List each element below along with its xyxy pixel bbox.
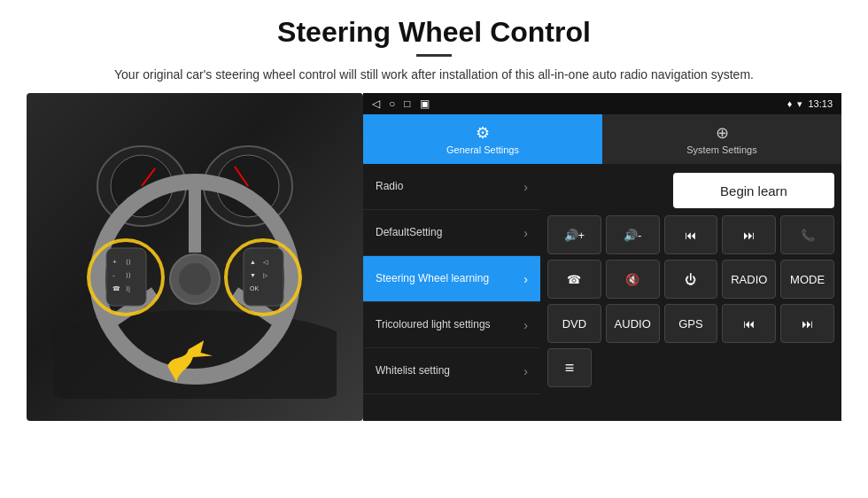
steering-wheel-panel: + - ☎ ⟨⟩ ⟩⟩ ⟩| ▲ ▼ ◁ ▷ OK (27, 93, 363, 421)
svg-text:⟩⟩: ⟩⟩ (126, 272, 131, 278)
status-bar: ◁ ○ □ ▣ ♦ ▾ 13:13 (363, 93, 841, 114)
prev-track-button[interactable]: ⏮ (664, 215, 718, 254)
control-row-1: 🔊+ 🔊- ⏮ ⏭ 📞 (547, 215, 834, 254)
audio-button[interactable]: AUDIO (606, 304, 660, 343)
page-header: Steering Wheel Control Your original car… (0, 0, 868, 93)
chevron-right-icon: › (523, 364, 528, 378)
screenshot-icon[interactable]: ▣ (420, 97, 430, 110)
last-row: ≡ (547, 348, 834, 387)
control-row-3: DVD AUDIO GPS ⏮ ⏭ (547, 304, 834, 343)
audio-label: AUDIO (615, 317, 651, 331)
next-track-icon: ⏭ (743, 229, 755, 242)
power-icon: ⏻ (685, 273, 696, 286)
prev-track-icon: ⏮ (685, 229, 696, 242)
volume-up-button[interactable]: 🔊+ (547, 215, 601, 254)
svg-text:+: + (112, 258, 117, 266)
menu-item-tricoloured-label: Tricoloured light settings (376, 318, 523, 332)
recents-icon[interactable]: □ (404, 97, 410, 110)
list-icon: ≡ (565, 359, 575, 377)
svg-text:▲: ▲ (250, 259, 256, 265)
svg-text:☎: ☎ (112, 285, 120, 292)
menu-item-whitelist-label: Whitelist setting (376, 364, 523, 378)
title-divider (416, 54, 452, 57)
chevron-right-icon: › (523, 318, 528, 332)
svg-text:⟨⟩: ⟨⟩ (126, 259, 131, 265)
menu-item-radio[interactable]: Radio › (363, 164, 540, 210)
svg-text:▼: ▼ (250, 272, 256, 278)
chevron-right-icon: › (523, 226, 528, 240)
nav-icons: ◁ ○ □ ▣ (372, 97, 430, 110)
begin-learn-row: Begin learn (547, 171, 834, 210)
content-area: Radio › DefaultSetting › Steering Wheel … (363, 164, 841, 421)
wifi-icon: ▾ (797, 98, 802, 110)
call-icon: ☎ (567, 273, 581, 286)
page-title: Steering Wheel Control (53, 16, 815, 49)
tab-general[interactable]: ⚙ General Settings (363, 114, 602, 164)
location-icon: ♦ (787, 98, 793, 109)
menu-item-default-setting[interactable]: DefaultSetting › (363, 210, 540, 256)
chevron-right-icon: › (523, 272, 528, 286)
volume-down-button[interactable]: 🔊- (606, 215, 660, 254)
tab-system-label: System Settings (686, 144, 756, 155)
call-button[interactable]: ☎ (547, 260, 601, 299)
phone-icon: 📞 (801, 229, 815, 242)
settings-tabs: ⚙ General Settings ⊕ System Settings (363, 114, 841, 164)
mode-label: MODE (790, 273, 825, 286)
svg-text:⟩|: ⟩| (126, 285, 130, 292)
mode-button[interactable]: MODE (780, 260, 834, 299)
general-settings-icon: ⚙ (476, 123, 490, 143)
svg-text:-: - (112, 271, 115, 279)
dvd-button[interactable]: DVD (547, 304, 601, 343)
back-icon[interactable]: ◁ (372, 97, 380, 110)
gps-button[interactable]: GPS (664, 304, 718, 343)
power-button[interactable]: ⏻ (664, 260, 718, 299)
volume-up-icon: 🔊+ (564, 229, 585, 242)
tab-general-label: General Settings (446, 144, 519, 155)
main-content: + - ☎ ⟨⟩ ⟩⟩ ⟩| ▲ ▼ ◁ ▷ OK (27, 93, 841, 421)
seek-prev-button[interactable]: ⏮ (722, 304, 776, 343)
page-subtitle: Your original car's steering wheel contr… (53, 66, 815, 84)
menu-item-whitelist[interactable]: Whitelist setting › (363, 348, 540, 394)
menu-item-steering-label: Steering Wheel learning (376, 272, 523, 286)
menu-item-radio-label: Radio (376, 180, 523, 194)
menu-item-tricoloured[interactable]: Tricoloured light settings › (363, 302, 540, 348)
radio-button[interactable]: RADIO (722, 260, 776, 299)
volume-down-icon: 🔊- (624, 229, 641, 242)
chevron-right-icon: › (523, 180, 528, 194)
radio-label: RADIO (731, 273, 767, 286)
home-icon[interactable]: ○ (389, 97, 395, 110)
controls-panel: Begin learn 🔊+ 🔊- ⏮ ⏭ (540, 164, 841, 421)
mute-icon: 🔇 (625, 273, 639, 286)
menu-item-default-label: DefaultSetting (376, 226, 523, 240)
control-row-2: ☎ 🔇 ⏻ RADIO MODE (547, 260, 834, 299)
mute-button[interactable]: 🔇 (606, 260, 660, 299)
steering-wheel-bg: + - ☎ ⟨⟩ ⟩⟩ ⟩| ▲ ▼ ◁ ▷ OK (27, 93, 363, 421)
phone-button[interactable]: 📞 (780, 215, 834, 254)
menu-item-steering-wheel[interactable]: Steering Wheel learning › (363, 256, 540, 302)
seek-prev-icon: ⏮ (743, 317, 755, 331)
seek-next-button[interactable]: ⏭ (780, 304, 834, 343)
gps-label: GPS (678, 317, 702, 331)
steering-wheel-image: + - ☎ ⟨⟩ ⟩⟩ ⟩| ▲ ▼ ◁ ▷ OK (53, 115, 337, 399)
tab-system[interactable]: ⊕ System Settings (602, 114, 841, 164)
menu-panel: Radio › DefaultSetting › Steering Wheel … (363, 164, 540, 421)
next-track-button[interactable]: ⏭ (722, 215, 776, 254)
clock: 13:13 (808, 98, 833, 109)
dvd-label: DVD (562, 317, 586, 331)
list-icon-button[interactable]: ≡ (547, 348, 592, 387)
system-settings-icon: ⊕ (716, 123, 729, 143)
seek-next-icon: ⏭ (802, 317, 813, 331)
svg-point-12 (179, 263, 211, 295)
android-panel: ◁ ○ □ ▣ ♦ ▾ 13:13 ⚙ General Settings ⊕ S… (363, 93, 841, 421)
status-right: ♦ ▾ 13:13 (787, 98, 833, 110)
begin-learn-button[interactable]: Begin learn (673, 173, 834, 208)
svg-text:OK: OK (250, 285, 259, 292)
